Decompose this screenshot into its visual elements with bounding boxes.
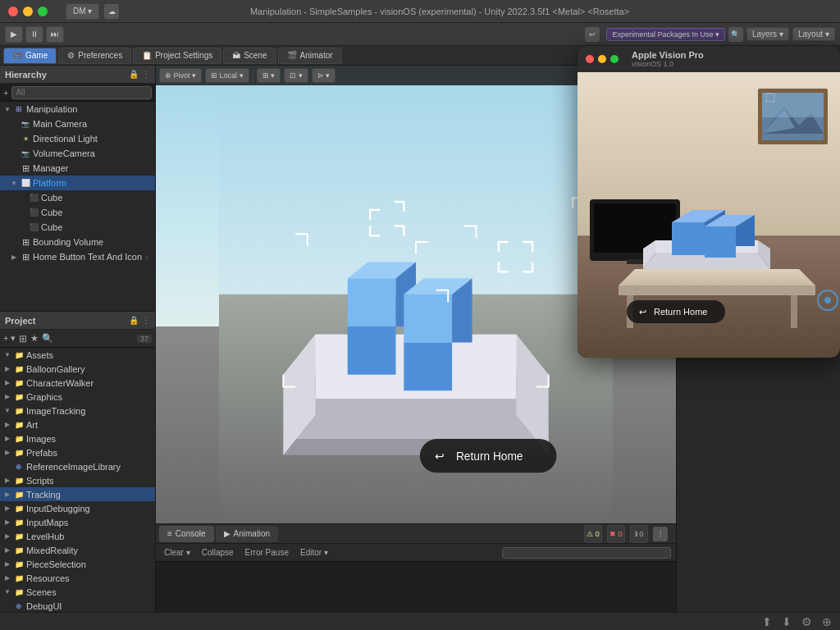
hierarchy-lock-icon[interactable]: 🔒 [129, 70, 139, 79]
project-item-character[interactable]: ▶ 📁 CharacterWalker [0, 376, 155, 390]
project-more-icon[interactable]: ⋮ [142, 316, 150, 325]
hierarchy-item-manipulation[interactable]: ▼ ⊞ Manipulation [0, 102, 155, 116]
project-item-label: Tracking [26, 490, 61, 500]
console-msg-btn[interactable]: ℹ 0 [630, 525, 648, 543]
clear-button[interactable]: Clear ▾ [161, 547, 194, 558]
object-icon: ⊞ [20, 251, 31, 262]
hierarchy-item-label: Manipulation [26, 104, 77, 114]
svg-text:↩: ↩ [435, 450, 445, 463]
editor-button[interactable]: Editor ▾ [297, 547, 331, 558]
collapse-button[interactable]: Collapse [199, 547, 237, 558]
no-arrow: ▶ [3, 477, 11, 485]
project-item-reference-lib[interactable]: ⊕ ReferenceImageLibrary [0, 459, 155, 473]
hierarchy-more-icon[interactable]: ⋮ [142, 70, 150, 79]
folder-icon: 📁 [13, 517, 25, 528]
project-lock-icon[interactable]: 🔒 [129, 316, 139, 325]
hierarchy-item-cube-2[interactable]: ⬛ Cube [0, 205, 155, 220]
project-item-debug-ui[interactable]: ⊕ DebugUI [0, 599, 155, 613]
project-item-input-debugging[interactable]: ▶ 📁 InputDebugging [0, 501, 155, 515]
step-button[interactable]: ⏭ [46, 26, 64, 43]
undo-button[interactable]: ↩ [585, 27, 600, 42]
project-item-mixed-reality[interactable]: ▶ 📁 MixedReality [0, 543, 155, 557]
console-warning-btn[interactable]: ⚠ 0 [584, 525, 602, 543]
hierarchy-item-bounding-volume[interactable]: ⊞ Bounding Volume [0, 235, 155, 249]
experimental-badge[interactable]: Experimental Packages In Use ▾ [606, 28, 725, 41]
avp-maximize-btn[interactable] [610, 55, 619, 63]
hierarchy-search-bar: + [0, 84, 155, 102]
more-arrow: › [145, 252, 148, 262]
hierarchy-search-input[interactable] [11, 86, 152, 99]
project-favorites-button[interactable]: ★ [30, 333, 39, 344]
upload-icon[interactable]: ⬆ [762, 615, 772, 628]
console-search-input[interactable] [502, 547, 671, 559]
dm-button[interactable]: DM ▾ [66, 3, 99, 20]
console-more-btn[interactable]: ⋮ [653, 527, 668, 541]
camera-icon: 📷 [20, 148, 31, 159]
project-search-button[interactable]: 🔍 [42, 333, 53, 344]
tab-project-settings[interactable]: 📋 Project Settings [133, 48, 221, 64]
hierarchy-item-label: Manager [33, 163, 68, 173]
project-view-button[interactable]: ⊞ [19, 333, 27, 345]
maximize-button[interactable] [38, 7, 48, 16]
expand-arrow: ▶ [10, 253, 18, 261]
project-item-images[interactable]: ▶ 📁 Images [0, 431, 155, 445]
project-item-imagetracking[interactable]: ▼ 📁 ImageTracking [0, 404, 155, 418]
anim-button[interactable]: ⊳ ▾ [312, 68, 336, 83]
hierarchy-item-cube-3[interactable]: ⬛ Cube [0, 220, 155, 235]
layers-dropdown[interactable]: Layers ▾ [746, 27, 789, 41]
tab-scene[interactable]: 🏔 Scene [223, 48, 276, 64]
avp-window[interactable]: Apple Vision Pro visionOS 1.0 [578, 46, 840, 358]
download-icon[interactable]: ⬇ [782, 615, 792, 628]
tab-preferences[interactable]: ⚙ Preferences [58, 48, 131, 64]
tab-animation[interactable]: ▶ Animation [216, 526, 278, 542]
settings-icon[interactable]: ⚙ [801, 615, 812, 628]
hierarchy-item-main-camera[interactable]: 📷 Main Camera [0, 116, 155, 131]
project-item-input-maps[interactable]: ▶ 📁 InputMaps [0, 515, 155, 529]
console-error-btn[interactable]: ✖ 0 [607, 525, 625, 543]
project-item-scripts[interactable]: ▶ 📁 Scripts [0, 473, 155, 487]
project-item-scenes[interactable]: ▼ 📁 Scenes [0, 585, 155, 599]
hierarchy-item-label: Directional Light [33, 134, 98, 144]
grid-button[interactable]: ⊞ ▾ [257, 68, 281, 83]
project-item-piece-selection[interactable]: ▶ 📁 PieceSelection [0, 557, 155, 571]
project-item-assets[interactable]: ▼ 📁 Assets [0, 348, 155, 362]
hierarchy-item-volume-camera[interactable]: 📷 VolumeCamera [0, 146, 155, 161]
snap-button[interactable]: ⊡ ▾ [284, 68, 308, 83]
project-item-balloon[interactable]: ▶ 📁 BalloonGallery [0, 362, 155, 376]
cloud-button[interactable]: ☁ [104, 4, 119, 19]
project-item-art[interactable]: ▶ 📁 Art [0, 418, 155, 431]
close-button[interactable] [8, 7, 18, 16]
project-item-graphics[interactable]: ▶ 📁 Graphics [0, 390, 155, 404]
hierarchy-item-cube-1[interactable]: ⬛ Cube [0, 190, 155, 205]
hierarchy-item-platform[interactable]: ▼ ⬜ Platform [0, 176, 155, 190]
error-pause-button[interactable]: Error Pause [242, 547, 292, 558]
tab-console[interactable]: ≡ Console [159, 526, 214, 542]
no-arrow: ▶ [3, 421, 11, 429]
plus-button[interactable]: + [3, 88, 8, 98]
hierarchy-item-directional-light[interactable]: ☀ Directional Light [0, 131, 155, 146]
pivot-button[interactable]: ⊕ Pivot ▾ [159, 68, 202, 83]
project-item-tracking[interactable]: ▶ 📁 Tracking [0, 487, 155, 501]
no-arrow [18, 208, 26, 217]
minimize-button[interactable] [23, 7, 33, 16]
tab-animator[interactable]: 🎬 Animator [278, 48, 342, 64]
no-arrow [10, 120, 18, 128]
folder-icon: 📁 [13, 419, 25, 431]
avp-minimize-btn[interactable] [598, 55, 606, 63]
layout-dropdown[interactable]: Layout ▾ [792, 27, 835, 41]
project-item-resources[interactable]: ▶ 📁 Resources [0, 571, 155, 585]
tab-game[interactable]: 🎮 Game [3, 48, 57, 64]
plus-status-icon[interactable]: ⊕ [822, 615, 832, 628]
layers-chevron: ▾ [779, 30, 783, 39]
avp-close-btn[interactable] [586, 55, 594, 63]
play-button[interactable]: ▶ [5, 26, 23, 43]
hierarchy-item-home-button[interactable]: ▶ ⊞ Home Button Text And Icon › [0, 249, 155, 264]
no-arrow: ▶ [3, 546, 11, 555]
project-item-level-hub[interactable]: ▶ 📁 LevelHub [0, 529, 155, 543]
search-button[interactable]: 🔍 [728, 27, 743, 42]
hierarchy-item-manager[interactable]: ⊞ Manager [0, 161, 155, 176]
pause-button[interactable]: ⏸ [25, 26, 43, 43]
project-item-prefabs[interactable]: ▶ 📁 Prefabs [0, 445, 155, 459]
local-button[interactable]: ⊞ Local ▾ [205, 68, 249, 83]
project-add-button[interactable]: + ▾ [3, 333, 16, 344]
